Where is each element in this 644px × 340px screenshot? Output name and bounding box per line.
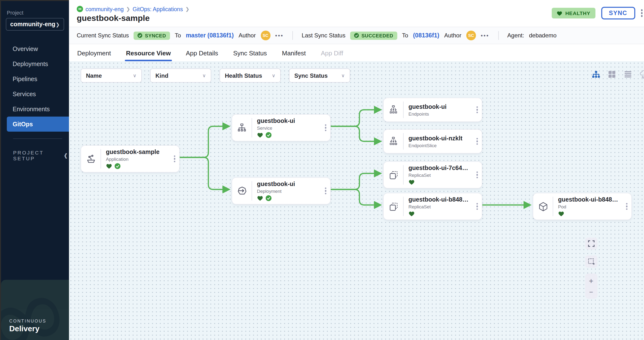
sync-button[interactable]: SYNC — [601, 7, 635, 20]
author-avatar: SC — [466, 30, 476, 40]
sidebar-item-deployments[interactable]: Deployments — [1, 56, 69, 72]
divider — [292, 31, 293, 40]
node-kind: ReplicaSet — [408, 204, 470, 209]
current-sync-status-label: Current Sync Status — [77, 32, 129, 39]
tab-app-details[interactable]: App Details — [186, 44, 218, 62]
project-label: Project — [7, 10, 69, 16]
healthy-heart-icon — [257, 132, 263, 138]
check-circle-icon — [354, 33, 359, 38]
breadcrumb-link-community-eng[interactable]: community-eng — [86, 6, 124, 12]
zoom-out-button[interactable]: － — [588, 288, 595, 295]
tab-resource-view[interactable]: Resource View — [126, 44, 171, 62]
main-content: ∞ community-eng❯GitOps: Applications❯ gu… — [69, 0, 644, 340]
node-status-badges — [408, 179, 470, 185]
healthy-heart-icon — [558, 211, 564, 217]
node-kind: Pod — [558, 204, 620, 209]
commit-more-button[interactable]: ••• — [275, 32, 284, 38]
node-status-badges — [558, 211, 620, 217]
zoom-in-button[interactable]: ＋ — [588, 277, 595, 284]
graph-node-application[interactable]: guestbook-sampleApplication — [81, 146, 179, 172]
node-menu-button[interactable] — [323, 178, 330, 204]
page-header: ∞ community-eng❯GitOps: Applications❯ gu… — [69, 0, 644, 27]
brand-delivery-label: Delivery — [9, 324, 46, 333]
node-kind: Service — [257, 125, 295, 131]
succeeded-badge: SUCCEEDED — [350, 31, 397, 40]
sidebar-item-project-setup[interactable]: PROJECT SETUP ❰ — [13, 150, 69, 161]
node-name: guestbook-ui-7c64987dc9 — [408, 165, 470, 172]
node-menu-button[interactable] — [624, 193, 631, 220]
tab-sync-status[interactable]: Sync Status — [233, 44, 267, 62]
last-sync-status-label: Last Sync Status — [302, 32, 345, 39]
healthy-heart-icon — [257, 195, 263, 201]
breadcrumb-link-gitops-applications[interactable]: GitOps: Applications — [132, 6, 183, 12]
canvas-controls: ＋ － — [585, 238, 598, 299]
health-status-badge: HEALTHY — [552, 8, 595, 18]
deployment-icon — [232, 178, 252, 204]
node-menu-button[interactable] — [474, 162, 482, 188]
node-status-badges — [408, 211, 470, 217]
graph-node-replicaset[interactable]: guestbook-ui-7c64987dc9ReplicaSet — [384, 162, 482, 188]
node-menu-button[interactable] — [172, 146, 179, 172]
node-status-badges — [257, 195, 295, 201]
node-kind: Deployment — [257, 188, 295, 194]
graph-node-service[interactable]: guestbook-uiService — [232, 115, 330, 141]
synced-check-icon — [114, 163, 120, 169]
healthy-heart-icon — [408, 211, 415, 217]
sidebar-menu: OverviewDeploymentsPipelinesServicesEnvi… — [1, 41, 69, 132]
synced-badge: SYNCED — [134, 31, 170, 40]
replicaset-icon — [384, 193, 403, 220]
node-name: guestbook-ui — [257, 118, 295, 124]
node-name: guestbook-ui — [257, 181, 295, 188]
sidebar-item-environments[interactable]: Environments — [1, 102, 69, 116]
sidebar-item-pipelines[interactable]: Pipelines — [1, 72, 69, 86]
current-commit-link[interactable]: master (08136f1) — [186, 32, 234, 39]
resource-graph: guestbook-sampleApplicationguestbook-uiS… — [69, 61, 644, 340]
heart-icon — [556, 10, 562, 16]
node-kind: Application — [106, 156, 160, 162]
sidebar: Project community-eng ❯ OverviewDeployme… — [1, 0, 69, 340]
breadcrumb-separator: ❯ — [185, 6, 190, 12]
window-top-edge — [0, 0, 69, 1]
sidebar-item-services[interactable]: Services — [1, 86, 69, 102]
node-menu-button[interactable] — [474, 98, 482, 122]
graph-node-endpointslice[interactable]: guestbook-ui-nzkltEndpointSlice — [384, 130, 482, 153]
page-title: guestbook-sample — [77, 14, 150, 23]
endpoints-icon — [384, 98, 403, 122]
commit-more-button[interactable]: ••• — [481, 32, 489, 38]
graph-node-endpoints[interactable]: guestbook-uiEndpoints — [384, 98, 482, 122]
project-selector[interactable]: community-eng ❯ — [6, 18, 64, 30]
node-name: guestbook-ui-b848d5d9... — [558, 196, 620, 203]
chevron-down-icon: ❰ — [64, 152, 69, 158]
healthy-heart-icon — [106, 163, 112, 169]
harness-gitops-app-page: Project community-eng ❯ OverviewDeployme… — [0, 0, 644, 340]
agent-value: debademo — [529, 32, 556, 39]
node-kind: EndpointSlice — [408, 142, 462, 148]
replicaset-icon — [384, 162, 403, 188]
node-menu-button[interactable] — [323, 115, 330, 141]
sidebar-item-overview[interactable]: Overview — [1, 41, 69, 56]
last-commit-link[interactable]: (08136f1) — [413, 32, 439, 39]
author-label: Author — [444, 32, 462, 39]
tab-bar: DeploymentResource ViewApp DetailsSync S… — [69, 44, 644, 62]
graph-node-deployment[interactable]: guestbook-uiDeployment — [232, 178, 330, 204]
marquee-zoom-button[interactable] — [585, 256, 597, 268]
graph-node-pod[interactable]: guestbook-ui-b848d5d9...Pod — [533, 193, 631, 220]
tab-deployment[interactable]: Deployment — [77, 44, 111, 62]
fullscreen-button[interactable] — [585, 238, 597, 250]
author-label: Author — [238, 32, 256, 39]
tab-manifest[interactable]: Manifest — [282, 44, 306, 62]
node-status-badges — [106, 163, 160, 169]
chevron-right-icon: ❯ — [56, 22, 60, 27]
app-menu-button[interactable] — [641, 10, 642, 17]
author-avatar: SC — [260, 30, 270, 40]
resource-canvas[interactable]: Name∨Kind∨Health Status∨Sync Status∨ gue… — [69, 61, 644, 340]
node-kind: Endpoints — [408, 111, 446, 116]
node-kind: ReplicaSet — [408, 172, 470, 178]
node-menu-button[interactable] — [474, 193, 482, 220]
node-menu-button[interactable] — [474, 130, 482, 153]
sidebar-item-gitops[interactable]: GitOps — [7, 116, 69, 132]
project-setup-label: PROJECT SETUP — [13, 150, 59, 161]
service-icon — [232, 115, 252, 141]
graph-node-replicaset[interactable]: guestbook-ui-b848d5d9dReplicaSet — [384, 193, 482, 220]
tab-app-diff: App Diff — [321, 44, 343, 62]
